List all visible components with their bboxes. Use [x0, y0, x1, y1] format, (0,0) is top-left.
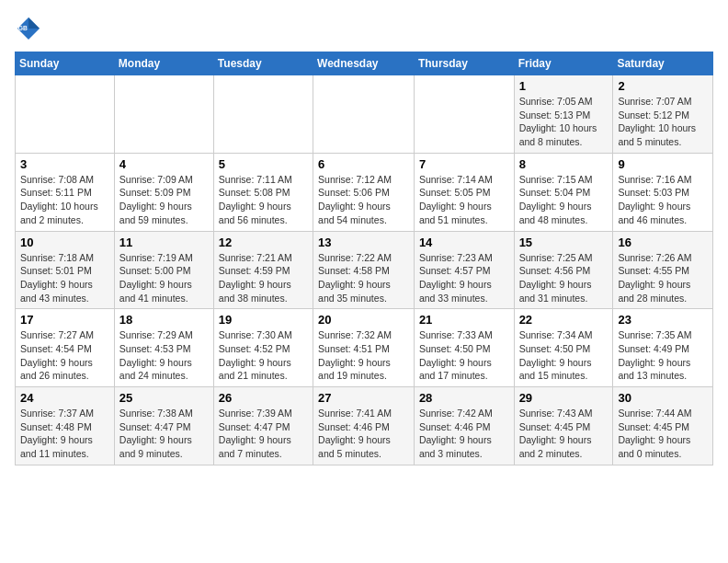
day-info: Sunrise: 7:27 AMSunset: 4:54 PMDaylight:…	[20, 328, 109, 383]
day-number: 9	[618, 157, 708, 171]
page-header: GB	[15, 15, 713, 42]
calendar-cell: 10Sunrise: 7:18 AMSunset: 5:01 PMDayligh…	[16, 231, 115, 309]
day-info: Sunrise: 7:21 AMSunset: 4:59 PMDaylight:…	[219, 251, 308, 305]
day-number: 15	[519, 236, 609, 249]
day-info: Sunrise: 7:12 AMSunset: 5:06 PMDaylight:…	[318, 173, 409, 227]
weekday-header: Tuesday	[213, 52, 313, 75]
calendar-cell	[313, 75, 415, 154]
weekday-header: Sunday	[16, 52, 115, 75]
calendar-cell: 25Sunrise: 7:38 AMSunset: 4:47 PMDayligh…	[114, 387, 213, 465]
day-info: Sunrise: 7:11 AMSunset: 5:08 PMDaylight:…	[219, 173, 308, 227]
day-info: Sunrise: 7:22 AMSunset: 4:58 PMDaylight:…	[318, 251, 409, 305]
day-info: Sunrise: 7:43 AMSunset: 4:45 PMDaylight:…	[519, 407, 609, 461]
svg-marker-1	[28, 17, 40, 29]
calendar-cell: 24Sunrise: 7:37 AMSunset: 4:48 PMDayligh…	[16, 387, 115, 465]
day-number: 4	[119, 157, 209, 171]
day-number: 21	[419, 313, 509, 327]
day-info: Sunrise: 7:14 AMSunset: 5:05 PMDaylight:…	[419, 173, 509, 227]
day-number: 1	[519, 79, 609, 93]
day-number: 18	[119, 313, 209, 327]
day-info: Sunrise: 7:30 AMSunset: 4:52 PMDaylight:…	[219, 328, 308, 383]
calendar-cell: 30Sunrise: 7:44 AMSunset: 4:45 PMDayligh…	[613, 387, 713, 465]
calendar-cell: 6Sunrise: 7:12 AMSunset: 5:06 PMDaylight…	[313, 153, 415, 231]
day-info: Sunrise: 7:32 AMSunset: 4:51 PMDaylight:…	[318, 328, 409, 383]
day-number: 14	[419, 236, 509, 249]
day-info: Sunrise: 7:15 AMSunset: 5:04 PMDaylight:…	[519, 173, 609, 227]
day-number: 24	[20, 391, 109, 405]
calendar-cell: 5Sunrise: 7:11 AMSunset: 5:08 PMDaylight…	[213, 153, 313, 231]
weekday-header: Saturday	[613, 52, 713, 75]
calendar-table: SundayMondayTuesdayWednesdayThursdayFrid…	[15, 52, 713, 465]
day-number: 25	[119, 391, 209, 405]
day-info: Sunrise: 7:26 AMSunset: 4:55 PMDaylight:…	[618, 251, 708, 305]
weekday-header: Monday	[114, 52, 213, 75]
day-number: 13	[318, 236, 409, 249]
day-info: Sunrise: 7:39 AMSunset: 4:47 PMDaylight:…	[219, 407, 308, 461]
day-number: 12	[219, 236, 308, 249]
calendar-cell: 9Sunrise: 7:16 AMSunset: 5:03 PMDaylight…	[613, 153, 713, 231]
calendar-cell: 8Sunrise: 7:15 AMSunset: 5:04 PMDaylight…	[514, 153, 613, 231]
calendar-cell: 21Sunrise: 7:33 AMSunset: 4:50 PMDayligh…	[414, 309, 514, 387]
day-number: 20	[318, 313, 409, 327]
calendar-cell: 13Sunrise: 7:22 AMSunset: 4:58 PMDayligh…	[313, 231, 415, 309]
logo: GB	[15, 15, 46, 42]
day-number: 10	[20, 236, 109, 249]
calendar-cell: 11Sunrise: 7:19 AMSunset: 5:00 PMDayligh…	[114, 231, 213, 309]
calendar-cell: 19Sunrise: 7:30 AMSunset: 4:52 PMDayligh…	[213, 309, 313, 387]
calendar-cell: 28Sunrise: 7:42 AMSunset: 4:46 PMDayligh…	[414, 387, 514, 465]
day-number: 16	[618, 236, 708, 249]
calendar-cell: 29Sunrise: 7:43 AMSunset: 4:45 PMDayligh…	[514, 387, 613, 465]
calendar-cell: 23Sunrise: 7:35 AMSunset: 4:49 PMDayligh…	[613, 309, 713, 387]
calendar-cell	[213, 75, 313, 154]
weekday-header: Friday	[514, 52, 613, 75]
day-number: 5	[219, 157, 308, 171]
calendar-cell	[414, 75, 514, 154]
day-number: 26	[219, 391, 308, 405]
calendar-cell: 14Sunrise: 7:23 AMSunset: 4:57 PMDayligh…	[414, 231, 514, 309]
day-number: 7	[419, 157, 509, 171]
calendar-cell: 18Sunrise: 7:29 AMSunset: 4:53 PMDayligh…	[114, 309, 213, 387]
day-info: Sunrise: 7:41 AMSunset: 4:46 PMDaylight:…	[318, 407, 409, 461]
calendar-cell: 15Sunrise: 7:25 AMSunset: 4:56 PMDayligh…	[514, 231, 613, 309]
calendar-cell: 17Sunrise: 7:27 AMSunset: 4:54 PMDayligh…	[16, 309, 115, 387]
day-info: Sunrise: 7:09 AMSunset: 5:09 PMDaylight:…	[119, 173, 209, 227]
day-info: Sunrise: 7:25 AMSunset: 4:56 PMDaylight:…	[519, 251, 609, 305]
day-info: Sunrise: 7:35 AMSunset: 4:49 PMDaylight:…	[618, 328, 708, 383]
calendar-cell: 20Sunrise: 7:32 AMSunset: 4:51 PMDayligh…	[313, 309, 415, 387]
day-number: 19	[219, 313, 308, 327]
day-number: 2	[618, 79, 708, 93]
svg-text:GB: GB	[18, 25, 28, 31]
day-number: 22	[519, 313, 609, 327]
logo-icon: GB	[15, 15, 42, 42]
day-info: Sunrise: 7:38 AMSunset: 4:47 PMDaylight:…	[119, 407, 209, 461]
day-info: Sunrise: 7:33 AMSunset: 4:50 PMDaylight:…	[419, 328, 509, 383]
calendar-cell: 3Sunrise: 7:08 AMSunset: 5:11 PMDaylight…	[16, 153, 115, 231]
day-number: 23	[618, 313, 708, 327]
day-info: Sunrise: 7:23 AMSunset: 4:57 PMDaylight:…	[419, 251, 509, 305]
calendar-cell	[16, 75, 115, 154]
day-info: Sunrise: 7:19 AMSunset: 5:00 PMDaylight:…	[119, 251, 209, 305]
calendar-cell: 7Sunrise: 7:14 AMSunset: 5:05 PMDaylight…	[414, 153, 514, 231]
calendar-cell: 12Sunrise: 7:21 AMSunset: 4:59 PMDayligh…	[213, 231, 313, 309]
day-number: 30	[618, 391, 708, 405]
day-number: 29	[519, 391, 609, 405]
day-number: 11	[119, 236, 209, 249]
day-info: Sunrise: 7:08 AMSunset: 5:11 PMDaylight:…	[20, 173, 109, 227]
calendar-cell: 1Sunrise: 7:05 AMSunset: 5:13 PMDaylight…	[514, 75, 613, 154]
calendar-cell: 2Sunrise: 7:07 AMSunset: 5:12 PMDaylight…	[613, 75, 713, 154]
day-info: Sunrise: 7:37 AMSunset: 4:48 PMDaylight:…	[20, 407, 109, 461]
day-info: Sunrise: 7:07 AMSunset: 5:12 PMDaylight:…	[618, 95, 708, 149]
calendar-cell	[114, 75, 213, 154]
day-info: Sunrise: 7:05 AMSunset: 5:13 PMDaylight:…	[519, 95, 609, 149]
day-info: Sunrise: 7:29 AMSunset: 4:53 PMDaylight:…	[119, 328, 209, 383]
day-number: 28	[419, 391, 509, 405]
calendar-cell: 16Sunrise: 7:26 AMSunset: 4:55 PMDayligh…	[613, 231, 713, 309]
calendar-cell: 26Sunrise: 7:39 AMSunset: 4:47 PMDayligh…	[213, 387, 313, 465]
day-number: 17	[20, 313, 109, 327]
day-info: Sunrise: 7:16 AMSunset: 5:03 PMDaylight:…	[618, 173, 708, 227]
calendar-cell: 4Sunrise: 7:09 AMSunset: 5:09 PMDaylight…	[114, 153, 213, 231]
day-info: Sunrise: 7:42 AMSunset: 4:46 PMDaylight:…	[419, 407, 509, 461]
day-number: 27	[318, 391, 409, 405]
weekday-header: Thursday	[414, 52, 514, 75]
day-number: 8	[519, 157, 609, 171]
